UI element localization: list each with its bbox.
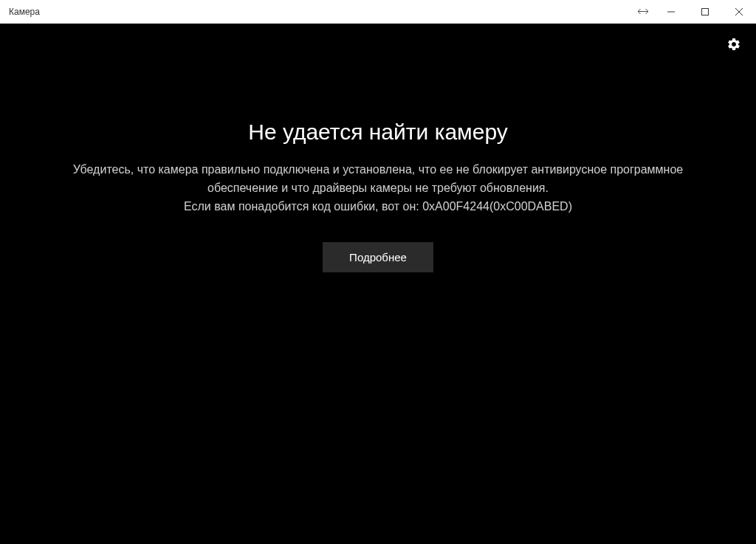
titlebar-left: Камера (0, 7, 40, 17)
resize-horizontal-icon (632, 0, 654, 23)
gear-icon (726, 37, 741, 55)
error-description: Убедитесь, что камера правильно подключе… (53, 161, 703, 198)
window-title: Камера (9, 7, 40, 17)
minimize-button[interactable] (654, 0, 688, 23)
app-content: Не удается найти камеру Убедитесь, что к… (0, 24, 756, 544)
svg-rect-0 (702, 8, 709, 15)
error-title: Не удается найти камеру (248, 120, 508, 145)
error-code: Если вам понадобится код ошибки, вот он:… (184, 198, 572, 216)
details-button[interactable]: Подробнее (323, 242, 433, 272)
maximize-button[interactable] (688, 0, 722, 23)
titlebar-right (632, 0, 756, 23)
settings-button[interactable] (725, 37, 743, 55)
error-container: Не удается найти камеру Убедитесь, что к… (24, 120, 732, 272)
close-button[interactable] (722, 0, 756, 23)
window-titlebar: Камера (0, 0, 756, 24)
